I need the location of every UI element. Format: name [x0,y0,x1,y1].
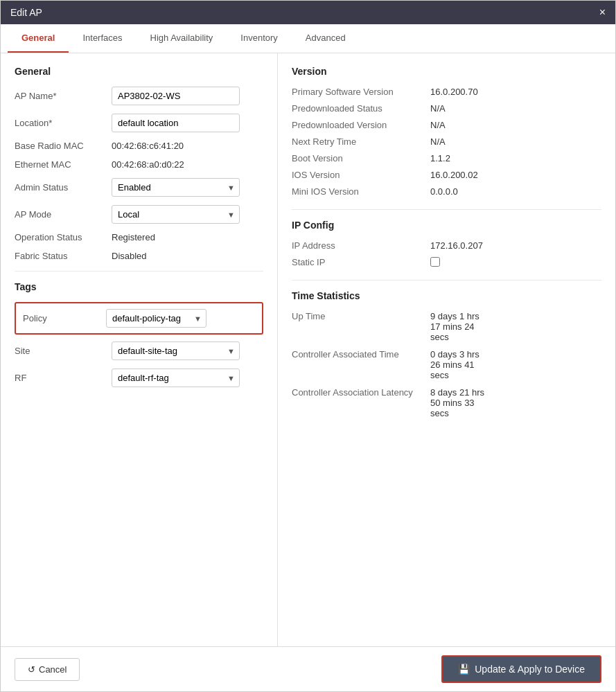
ethernet-mac-label: Ethernet MAC [15,159,112,170]
ip-address-value: 172.16.0.207 [430,240,483,251]
predownloaded-status-row: Predownloaded Status N/A [292,103,601,114]
ap-mode-label: AP Mode [15,209,112,220]
base-radio-mac-value: 00:42:68:c6:41:20 [112,141,184,151]
tags-section: Tags Policy default-policy-tag ▼ Site [15,281,263,387]
cancel-button[interactable]: ↺ Cancel [15,658,80,681]
update-apply-button[interactable]: 💾 Update & Apply to Device [441,655,601,683]
ios-version-label: IOS Version [292,170,430,180]
next-retry-time-value: N/A [430,136,446,147]
site-tag-label: Site [15,346,112,356]
predownloaded-status-label: Predownloaded Status [292,103,430,114]
ios-version-row: IOS Version 16.0.200.02 [292,170,601,180]
admin-status-label: Admin Status [15,182,112,193]
rf-select-wrap: default-rf-tag ▼ [112,369,240,387]
up-time-label: Up Time [292,311,430,321]
tab-bar: General Interfaces High Availability Inv… [1,24,615,53]
controller-association-latency-value: 8 days 21 hrs 50 mins 33 secs [430,387,484,418]
ip-config-title: IP Config [292,220,601,231]
location-group: Location* [15,114,263,132]
up-time-row: Up Time 9 days 1 hrs 17 mins 24 secs [292,311,601,342]
time-statistics-section: Time Statistics Up Time 9 days 1 hrs 17 … [292,290,601,418]
admin-status-group: Admin Status Enabled Disabled ▼ [15,178,263,197]
save-icon: 💾 [458,664,470,675]
ios-version-value: 16.0.200.02 [430,170,478,180]
site-tag-group: Site default-site-tag ▼ [15,341,263,360]
controller-associated-time-row: Controller Associated Time 0 days 3 hrs … [292,349,601,380]
static-ip-label: Static IP [292,257,430,267]
ap-mode-select-wrap: Local Monitor FlexConnect ▼ [112,205,240,224]
modal-header: Edit AP × [1,1,615,24]
mini-ios-version-value: 0.0.0.0 [430,186,458,197]
primary-sw-version-row: Primary Software Version 16.0.200.70 [292,87,601,97]
admin-status-select[interactable]: Enabled Disabled [112,178,240,197]
fabric-status-value: Disabled [112,251,147,261]
ip-address-row: IP Address 172.16.0.207 [292,240,601,251]
tab-general[interactable]: General [8,24,69,53]
base-radio-mac-group: Base Radio MAC 00:42:68:c6:41:20 [15,141,263,151]
mini-ios-version-row: Mini IOS Version 0.0.0.0 [292,186,601,197]
policy-tag-label: Policy [23,313,106,323]
ap-mode-group: AP Mode Local Monitor FlexConnect ▼ [15,205,263,224]
tab-inventory[interactable]: Inventory [227,24,291,53]
operation-status-value: Registered [112,232,155,242]
left-panel: General AP Name* Location* Base Radio MA… [1,53,278,646]
controller-associated-time-label: Controller Associated Time [292,349,430,360]
modal-body: General AP Name* Location* Base Radio MA… [1,53,615,646]
site-select[interactable]: default-site-tag [112,341,240,360]
policy-select[interactable]: default-policy-tag [106,309,206,328]
modal-title: Edit AP [10,7,42,18]
controller-associated-time-value: 0 days 3 hrs 26 mins 41 secs [430,349,479,380]
ip-address-label: IP Address [292,240,430,251]
cancel-icon: ↺ [28,664,35,675]
update-label: Update & Apply to Device [475,664,585,675]
static-ip-checkbox[interactable] [430,257,440,267]
close-button[interactable]: × [599,6,606,19]
operation-status-group: Operation Status Registered [15,232,263,242]
site-select-wrap: default-site-tag ▼ [112,341,240,360]
base-radio-mac-label: Base Radio MAC [15,141,112,151]
tags-title: Tags [15,281,263,292]
fabric-status-label: Fabric Status [15,251,112,261]
ap-mode-select[interactable]: Local Monitor FlexConnect [112,205,240,224]
ap-name-label: AP Name* [15,91,112,101]
static-ip-row: Static IP [292,257,601,267]
right-panel: Version Primary Software Version 16.0.20… [278,53,615,646]
primary-sw-version-value: 16.0.200.70 [430,87,478,97]
policy-tag-group: Policy default-policy-tag ▼ [15,302,263,335]
cancel-label: Cancel [39,664,67,675]
primary-sw-version-label: Primary Software Version [292,87,430,97]
location-label: Location* [15,118,112,128]
predownloaded-version-row: Predownloaded Version N/A [292,120,601,130]
version-section: Version Primary Software Version 16.0.20… [292,66,601,197]
up-time-value: 9 days 1 hrs 17 mins 24 secs [430,311,479,342]
predownloaded-status-value: N/A [430,103,446,114]
ap-name-group: AP Name* [15,87,263,105]
tab-advanced[interactable]: Advanced [292,24,360,53]
tab-interfaces[interactable]: Interfaces [69,24,136,53]
next-retry-time-label: Next Retry Time [292,136,430,147]
predownloaded-version-label: Predownloaded Version [292,120,430,130]
general-section-title: General [15,66,263,77]
operation-status-label: Operation Status [15,232,112,242]
policy-select-wrap: default-policy-tag ▼ [106,309,206,328]
tab-high-availability[interactable]: High Availability [137,24,227,53]
boot-version-value: 1.1.2 [430,153,450,163]
mini-ios-version-label: Mini IOS Version [292,186,430,197]
ethernet-mac-group: Ethernet MAC 00:42:68:a0:d0:22 [15,159,263,170]
ethernet-mac-value: 00:42:68:a0:d0:22 [112,159,184,170]
ip-config-section: IP Config IP Address 172.16.0.207 Static… [292,220,601,267]
rf-select[interactable]: default-rf-tag [112,369,240,387]
version-section-title: Version [292,66,601,77]
rf-tag-label: RF [15,373,112,383]
ap-name-input[interactable] [112,87,240,105]
edit-ap-modal: Edit AP × General Interfaces High Availa… [0,0,616,692]
boot-version-row: Boot Version 1.1.2 [292,153,601,163]
time-statistics-title: Time Statistics [292,290,601,301]
location-input[interactable] [112,114,240,132]
fabric-status-group: Fabric Status Disabled [15,251,263,261]
rf-tag-group: RF default-rf-tag ▼ [15,369,263,387]
boot-version-label: Boot Version [292,153,430,163]
modal-footer: ↺ Cancel 💾 Update & Apply to Device [1,646,615,691]
controller-association-latency-label: Controller Association Latency [292,387,430,398]
next-retry-time-row: Next Retry Time N/A [292,136,601,147]
